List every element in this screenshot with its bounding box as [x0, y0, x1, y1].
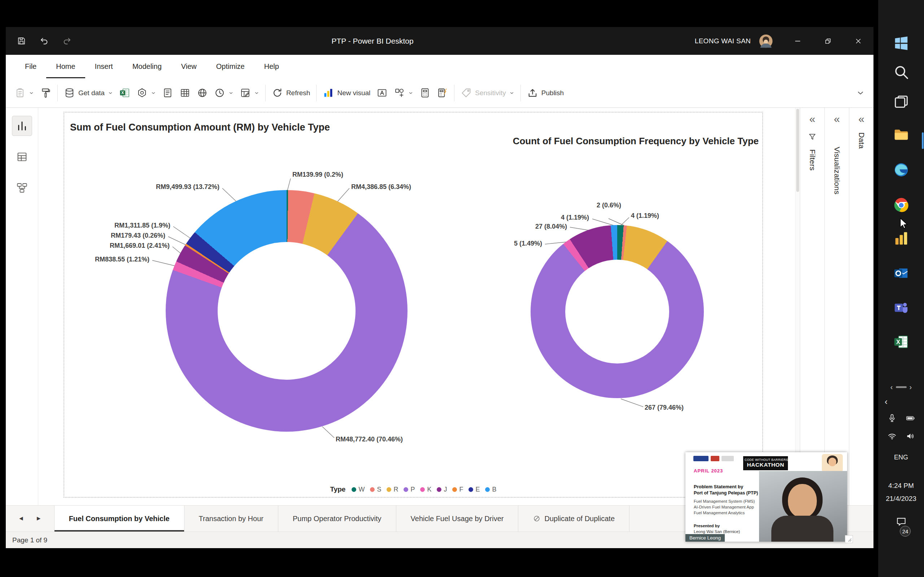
pane-visualizations[interactable]: «Visualizations: [824, 108, 849, 505]
network-icon[interactable]: [887, 431, 897, 441]
next-page-icon[interactable]: ►: [36, 515, 42, 522]
taskbar-teams[interactable]: [889, 296, 913, 319]
legend-item-P[interactable]: P: [404, 486, 415, 493]
donut-chart-1[interactable]: [166, 190, 407, 432]
window-title: PTP - Power BI Desktop: [331, 37, 413, 45]
windows-start-icon: [893, 35, 909, 52]
taskbar-windows-start[interactable]: [889, 31, 913, 55]
menu-home[interactable]: Home: [46, 55, 85, 78]
page-tab[interactable]: Vehicle Fuel Usage by Driver: [396, 506, 519, 532]
legend-item-F[interactable]: F: [452, 486, 463, 493]
menu-file[interactable]: File: [15, 55, 46, 78]
chart-title-fuel-amount: Sum of Fuel Consumption Amount (RM) by V…: [70, 122, 330, 133]
menu-optimize[interactable]: Optimize: [207, 55, 254, 78]
recent-sources-button[interactable]: [214, 87, 234, 98]
clock-date[interactable]: 21/4/2023: [878, 495, 924, 503]
taskbar: X ‹› ‹ ENG 4:24 PM 21/4/2023 24: [878, 0, 924, 577]
speaker-icon[interactable]: [906, 431, 915, 441]
menu-help[interactable]: Help: [254, 55, 289, 78]
data-view-button[interactable]: [12, 147, 32, 167]
collapse-ribbon-icon[interactable]: [856, 89, 865, 97]
model-view-button[interactable]: [12, 178, 32, 198]
minimize-button[interactable]: [782, 27, 813, 55]
clock-time[interactable]: 4:24 PM: [878, 482, 924, 490]
excel-workbook-button[interactable]: X: [119, 87, 130, 98]
page-tab[interactable]: Duplicate of Duplicate: [518, 506, 630, 532]
slide-date: APRIL 2023: [694, 468, 723, 474]
expand-pane-icon[interactable]: «: [834, 114, 840, 124]
pane-data[interactable]: «Data: [849, 108, 874, 505]
format-painter-button[interactable]: [40, 87, 51, 98]
canvas-scrollbar-thumb[interactable]: [796, 109, 799, 192]
legend-dot-icon: [452, 487, 457, 492]
save-icon[interactable]: [16, 36, 26, 46]
language-indicator[interactable]: ENG: [878, 454, 924, 461]
refresh-button[interactable]: Refresh: [272, 87, 310, 98]
taskbar-edge[interactable]: [889, 158, 913, 182]
user-avatar[interactable]: [759, 34, 773, 48]
undo-icon[interactable]: [39, 36, 49, 46]
format-painter-icon: [40, 87, 51, 98]
presenter-overlay: APRIL 2023 CODE WITHOUT BARRIERS HACKATH…: [685, 452, 847, 542]
report-view-button[interactable]: [12, 116, 32, 136]
menu-modeling[interactable]: Modeling: [123, 55, 171, 78]
overlay-resize-grip[interactable]: [845, 535, 853, 543]
tray-expand-icon[interactable]: ‹: [885, 397, 888, 407]
battery-icon[interactable]: [906, 413, 915, 423]
taskbar-outlook[interactable]: [889, 261, 913, 285]
legend-dot-icon: [437, 487, 441, 492]
prev-page-icon[interactable]: ◄: [18, 515, 24, 522]
taskbar-excel[interactable]: X: [889, 330, 913, 354]
overflow-left-icon[interactable]: ‹: [890, 383, 893, 391]
menu-insert[interactable]: Insert: [85, 55, 123, 78]
close-button[interactable]: [843, 27, 874, 55]
donut-chart-2[interactable]: [531, 225, 704, 398]
data-hub-button[interactable]: [136, 87, 156, 98]
legend-item-S[interactable]: S: [370, 486, 381, 493]
redo-icon[interactable]: [62, 36, 72, 46]
more-visuals-button[interactable]: [394, 87, 413, 98]
legend-item-W[interactable]: W: [352, 486, 365, 493]
text-box-button[interactable]: [376, 87, 388, 98]
caret-down-icon: [228, 90, 234, 95]
new-visual-button[interactable]: New visual: [323, 87, 370, 98]
taskbar-file-explorer[interactable]: [889, 122, 913, 147]
task-view-icon: [893, 93, 909, 110]
page-tab[interactable]: Transaction by Hour: [184, 506, 278, 532]
main-area: Sum of Fuel Consumption Amount (RM) by V…: [6, 108, 874, 505]
expand-pane-icon[interactable]: «: [858, 114, 864, 124]
taskbar-search[interactable]: [889, 60, 913, 84]
presenter-name: Leong Wai San (Bernice): [694, 529, 740, 534]
microphone-icon[interactable]: [887, 413, 897, 423]
page-tab[interactable]: Fuel Consumption by Vehicle: [54, 506, 184, 532]
expand-pane-icon[interactable]: «: [809, 114, 815, 124]
restore-button[interactable]: [813, 27, 843, 55]
taskbar-overflow[interactable]: ‹›: [878, 383, 924, 391]
presented-by-label: Presented by: [694, 524, 720, 528]
quick-measure-button[interactable]: [437, 87, 448, 98]
enter-data-button[interactable]: [179, 87, 191, 98]
taskbar-task-view[interactable]: [889, 90, 913, 114]
taskbar-chrome[interactable]: [889, 193, 913, 217]
overflow-right-icon[interactable]: ›: [909, 383, 912, 391]
legend-item-B[interactable]: B: [485, 486, 496, 493]
new-measure-button[interactable]: [419, 87, 431, 98]
legend-item-E[interactable]: E: [468, 486, 480, 493]
legend-item-R[interactable]: R: [386, 486, 398, 493]
dataverse-button[interactable]: [197, 87, 208, 98]
legend-item-J[interactable]: J: [437, 486, 447, 493]
pane-filters[interactable]: «Filters: [800, 108, 824, 505]
paste-icon: [15, 87, 26, 98]
canvas-scrollbar[interactable]: [795, 108, 800, 505]
report-doc-button[interactable]: [162, 87, 173, 98]
legend-item-K[interactable]: K: [420, 486, 431, 493]
page-tab[interactable]: Pump Operator Productivity: [278, 506, 396, 532]
donut-hole: [218, 242, 355, 380]
taskbar-scrollbar-thumb[interactable]: [922, 132, 924, 149]
menu-view[interactable]: View: [171, 55, 207, 78]
side-panes: «Filters«Visualizations«Data: [800, 108, 874, 505]
ribbon-divider: [316, 85, 317, 102]
transform-data-button[interactable]: [240, 87, 259, 98]
publish-button[interactable]: Publish: [527, 87, 564, 98]
get-data-button[interactable]: Get data: [64, 87, 113, 98]
